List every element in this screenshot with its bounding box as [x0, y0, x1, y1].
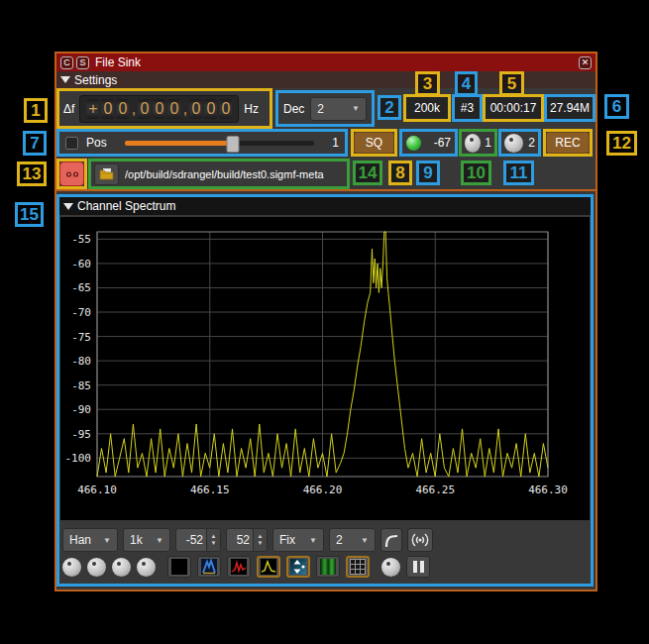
waterfall-share-knob[interactable] — [381, 558, 400, 577]
file-dialog-button[interactable] — [94, 163, 119, 185]
svg-text:466.25: 466.25 — [415, 483, 455, 496]
position-slider[interactable] — [125, 141, 315, 146]
callout-2: 2 — [378, 95, 401, 120]
waterfall-button[interactable] — [316, 556, 340, 578]
spin-down-icon[interactable]: ▼ — [211, 540, 217, 547]
record-seq-value: #3 — [455, 97, 480, 119]
sample-rate-box: 200k — [403, 94, 451, 122]
waterfall-nav-icon — [290, 559, 306, 575]
spin-up-icon[interactable]: ▲ — [211, 533, 217, 540]
filter-curve-icon — [383, 532, 399, 548]
waterfall-nav-button[interactable] — [286, 556, 310, 578]
window-function-value: Han — [69, 533, 91, 547]
chevron-down-icon: ▼ — [361, 536, 369, 545]
dial-digit[interactable]: 0 — [189, 99, 202, 119]
filter-curve-button[interactable] — [380, 528, 402, 552]
fft-size-select[interactable]: 1k ▼ — [123, 528, 170, 552]
callout-3: 3 — [415, 71, 440, 96]
callout-7: 7 — [23, 131, 47, 156]
radio-wave-icon — [411, 533, 429, 547]
spin-down-icon[interactable]: ▼ — [258, 540, 264, 547]
brightness-knob-4[interactable] — [137, 558, 156, 577]
dial-digit[interactable]: 0 — [101, 99, 114, 119]
grid-button[interactable] — [346, 556, 370, 578]
svg-text:-80: -80 — [71, 355, 91, 368]
squelch-gate-knob-box: 1 — [459, 129, 497, 157]
dial-digit[interactable]: 0 — [153, 99, 165, 119]
folder-icon — [99, 167, 114, 180]
squelch-level-box: -67 — [399, 129, 458, 157]
ref-level-spinbox[interactable]: -52 ▲▼ — [175, 528, 221, 552]
dial-digit[interactable]: 0 — [219, 99, 232, 119]
stream-select-button[interactable]: S — [76, 56, 89, 69]
rec-button-box: REC — [543, 129, 593, 157]
spectrum-rollup-header[interactable]: Channel Spectrum — [59, 197, 591, 215]
svg-text:-95: -95 — [71, 428, 91, 441]
chevron-down-icon: ▼ — [156, 536, 163, 545]
window-title: File Sink — [95, 55, 141, 69]
averaging-mode-select[interactable]: Fix ▼ — [272, 528, 324, 552]
max-hold-button[interactable] — [197, 556, 221, 578]
titlebar[interactable]: C S File Sink ✕ — [56, 54, 595, 71]
callout-8: 8 — [388, 161, 412, 185]
dial-separator: , — [181, 100, 188, 118]
slider-handle[interactable] — [226, 136, 239, 153]
callout-13: 13 — [17, 161, 47, 186]
power-range-spinbox[interactable]: 52 ▲▼ — [226, 528, 268, 552]
squelch-level-value: -67 — [425, 136, 451, 150]
file-size-box: 27.94M — [544, 94, 595, 122]
ref-level-value: -52 — [176, 533, 206, 547]
grid-icon — [350, 559, 366, 575]
collapse-arrow-icon — [63, 203, 73, 210]
hz-unit-label: Hz — [244, 102, 259, 116]
spin-up-icon[interactable]: ▲ — [258, 533, 264, 540]
chevron-down-icon: ▼ — [309, 536, 317, 545]
spectrum-plot[interactable]: 466.10466.15466.20466.25466.30-55-60-65-… — [60, 217, 590, 520]
pos-checkbox[interactable] — [65, 137, 78, 150]
squelch-button[interactable]: SQ — [354, 132, 394, 154]
dial-digit[interactable]: 0 — [204, 99, 217, 119]
svg-text:466.20: 466.20 — [303, 483, 343, 496]
callout-10: 10 — [461, 161, 491, 185]
dial-digit[interactable]: 0 — [138, 99, 151, 119]
rec-button[interactable]: REC — [546, 132, 590, 154]
dial-digit[interactable]: + — [86, 99, 99, 119]
svg-text:-75: -75 — [71, 331, 91, 344]
max-hold-icon — [201, 559, 217, 575]
squelch-gate-knob[interactable] — [465, 134, 481, 153]
record-toggle-button[interactable] — [59, 161, 84, 186]
chevron-down-icon: ▼ — [352, 104, 360, 113]
post-squelch-value: 2 — [527, 136, 535, 150]
window-function-select[interactable]: Han ▼ — [62, 528, 118, 552]
current-trace-button[interactable] — [257, 556, 280, 578]
svg-text:-65: -65 — [71, 281, 91, 294]
position-group: Pos 1 — [56, 129, 348, 157]
brightness-knob-1[interactable] — [62, 558, 81, 577]
spectrum-chart: 466.10466.15466.20466.25466.30-55-60-65-… — [60, 217, 590, 520]
radio-wave-button[interactable] — [407, 528, 433, 552]
power-range-value: 52 — [227, 533, 253, 547]
dial-digit[interactable]: 0 — [116, 99, 129, 119]
frequency-shift-group: Δf +00,000,000 Hz — [56, 88, 272, 129]
settings-rollup-label: Settings — [74, 73, 117, 87]
brightness-knob-2[interactable] — [87, 558, 106, 577]
decimation-select[interactable]: 2 ▼ — [310, 97, 367, 121]
freeze-button[interactable] — [406, 556, 430, 578]
svg-text:-100: -100 — [65, 452, 92, 465]
channel-color-button[interactable]: C — [60, 56, 73, 69]
callout-4: 4 — [455, 71, 478, 96]
decimation-label: Dec — [283, 102, 304, 116]
squelch-gate-value: 1 — [485, 136, 491, 150]
dial-digit[interactable]: 0 — [167, 99, 180, 119]
sample-rate-value: 200k — [406, 97, 448, 119]
brightness-knob-3[interactable] — [112, 558, 131, 577]
svg-text:-55: -55 — [71, 233, 91, 246]
post-squelch-knob[interactable] — [504, 134, 523, 153]
close-button[interactable]: ✕ — [579, 56, 592, 69]
record-time-value: 00:00:17 — [486, 97, 541, 119]
histogram-trace-button[interactable] — [227, 556, 251, 578]
channel-spectrum-section: Channel Spectrum 466.10466.15466.20466.2… — [56, 194, 594, 587]
blank-display-button[interactable] — [167, 556, 191, 578]
averaging-count-select[interactable]: 2 ▼ — [329, 528, 376, 552]
frequency-dial[interactable]: +00,000,000 — [79, 95, 239, 123]
